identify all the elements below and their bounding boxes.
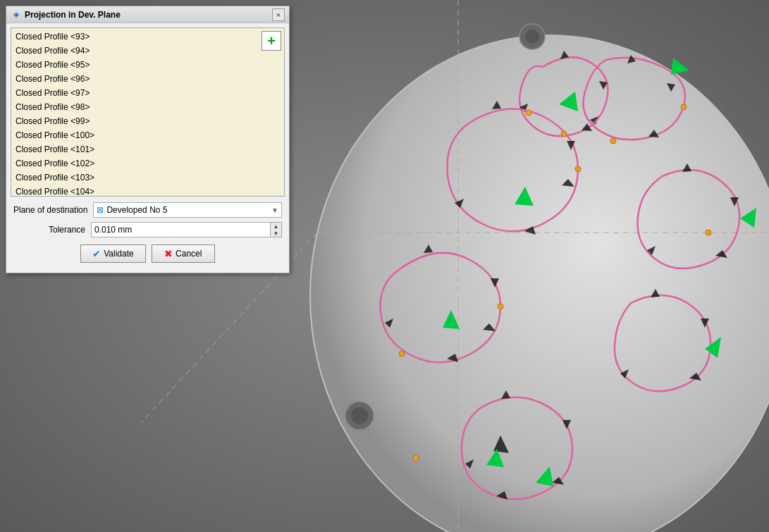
tolerance-spinners: ▲ ▼ — [270, 223, 281, 237]
dialog-body: Closed Profile <93>Closed Profile <94>Cl… — [6, 23, 289, 273]
svg-point-9 — [351, 407, 368, 424]
svg-point-55 — [413, 455, 419, 461]
svg-point-7 — [525, 30, 539, 44]
spinner-up-button[interactable]: ▲ — [271, 223, 281, 230]
profile-item[interactable]: Closed Profile <97> — [14, 86, 281, 100]
profile-item[interactable]: Closed Profile <103> — [14, 171, 281, 185]
profile-item[interactable]: Closed Profile <101> — [14, 142, 281, 156]
profile-list-container[interactable]: Closed Profile <93>Closed Profile <94>Cl… — [11, 27, 285, 197]
profile-list: Closed Profile <93>Closed Profile <94>Cl… — [11, 28, 284, 197]
projection-dialog: ◈ Projection in Dev. Plane × Closed Prof… — [6, 6, 290, 273]
plane-control: ⊠ Developed No 5 ▼ — [93, 202, 282, 218]
svg-point-56 — [706, 230, 711, 235]
profile-item[interactable]: Closed Profile <99> — [14, 114, 281, 128]
profile-item[interactable]: Closed Profile <104> — [14, 185, 281, 197]
profile-item[interactable]: Closed Profile <98> — [14, 100, 281, 114]
svg-point-50 — [561, 131, 567, 137]
x-icon: ✖ — [164, 248, 173, 259]
dropdown-arrow-icon: ▼ — [271, 206, 278, 214]
validate-label: Validate — [104, 249, 133, 259]
svg-point-51 — [526, 110, 531, 116]
profile-item[interactable]: Closed Profile <94> — [14, 44, 281, 58]
spinner-down-button[interactable]: ▼ — [271, 230, 281, 237]
tolerance-row: Tolerance ▲ ▼ — [11, 222, 285, 237]
dialog-icon: ◈ — [11, 9, 22, 20]
action-buttons: ✔ Validate ✖ Cancel — [11, 242, 285, 268]
plane-icon: ⊠ — [97, 205, 104, 215]
profile-item[interactable]: Closed Profile <95> — [14, 58, 281, 72]
cancel-label: Cancel — [176, 249, 202, 259]
tolerance-input[interactable] — [92, 223, 270, 237]
tolerance-input-wrapper: ▲ ▼ — [91, 222, 282, 237]
add-profile-button[interactable]: + — [262, 31, 281, 51]
plane-label: Plane of destination — [13, 205, 93, 215]
profile-item[interactable]: Closed Profile <93> — [14, 30, 281, 44]
svg-point-57 — [681, 104, 687, 110]
close-button[interactable]: × — [272, 8, 285, 21]
svg-point-52 — [575, 166, 581, 172]
check-icon: ✔ — [92, 248, 101, 259]
plane-select[interactable]: ⊠ Developed No 5 ▼ — [93, 202, 282, 218]
svg-point-54 — [399, 351, 405, 357]
svg-point-58 — [610, 138, 616, 144]
dialog-titlebar: ◈ Projection in Dev. Plane × — [6, 6, 289, 23]
tolerance-control: ▲ ▼ — [91, 222, 282, 237]
svg-point-53 — [498, 304, 503, 309]
dialog-title: Projection in Dev. Plane — [25, 10, 272, 20]
profile-item[interactable]: Closed Profile <96> — [14, 72, 281, 86]
plane-row: Plane of destination ⊠ Developed No 5 ▼ — [11, 202, 285, 218]
profile-item[interactable]: Closed Profile <100> — [14, 128, 281, 142]
cancel-button[interactable]: ✖ Cancel — [152, 245, 215, 263]
plane-value: Developed No 5 — [106, 205, 271, 215]
tolerance-label: Tolerance — [13, 225, 91, 235]
validate-button[interactable]: ✔ Validate — [80, 245, 145, 263]
profile-item[interactable]: Closed Profile <102> — [14, 156, 281, 171]
